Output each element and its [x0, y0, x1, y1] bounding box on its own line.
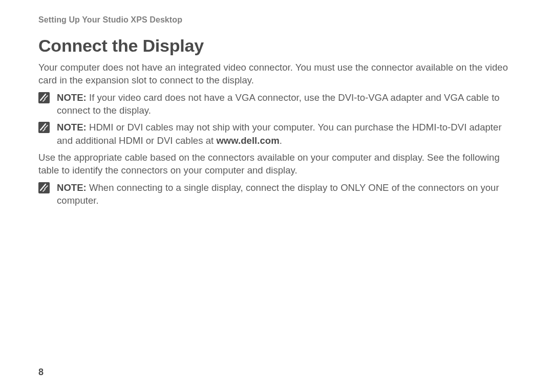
- note-link: www.dell.com: [216, 135, 279, 146]
- mid-paragraph: Use the appropriate cable based on the c…: [38, 151, 515, 177]
- note-text: NOTE: HDMI or DVI cables may not ship wi…: [57, 121, 515, 147]
- note-body: When connecting to a single display, con…: [57, 182, 499, 206]
- svg-rect-1: [38, 122, 50, 133]
- running-head: Setting Up Your Studio XPS Desktop: [38, 15, 515, 25]
- note-block: NOTE: If your video card does not have a…: [38, 91, 515, 117]
- document-page: Setting Up Your Studio XPS Desktop Conne…: [0, 0, 553, 226]
- note-block: NOTE: When connecting to a single displa…: [38, 181, 515, 207]
- note-body: If your video card does not have a VGA c…: [57, 92, 500, 116]
- note-body-after: .: [280, 135, 282, 146]
- svg-rect-2: [38, 182, 50, 193]
- note-icon: [38, 122, 50, 133]
- note-block: NOTE: HDMI or DVI cables may not ship wi…: [38, 121, 515, 147]
- note-text: NOTE: When connecting to a single displa…: [57, 181, 515, 207]
- page-heading: Connect the Display: [38, 36, 515, 56]
- note-icon: [38, 182, 50, 193]
- note-text: NOTE: If your video card does not have a…: [57, 91, 515, 117]
- note-label: NOTE:: [57, 92, 87, 103]
- note-icon: [38, 92, 50, 103]
- svg-rect-0: [38, 92, 50, 103]
- note-label: NOTE:: [57, 122, 87, 133]
- page-number: 8: [38, 367, 44, 378]
- intro-paragraph: Your computer does not have an integrate…: [38, 61, 515, 87]
- note-label: NOTE:: [57, 182, 87, 193]
